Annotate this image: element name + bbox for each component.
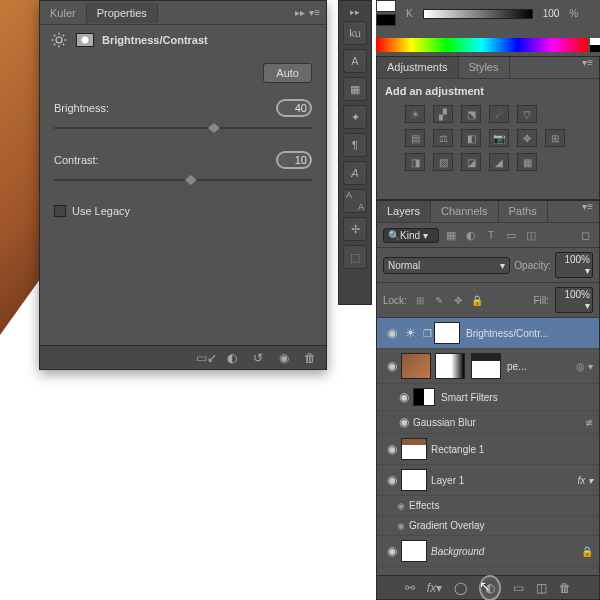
layer-thumb[interactable]: [401, 353, 431, 379]
contrast-slider[interactable]: [54, 175, 312, 185]
tab-kuler[interactable]: Kuler: [40, 3, 87, 23]
new-adjustment-icon[interactable]: ◐: [479, 575, 501, 601]
filter-name[interactable]: Gaussian Blur: [413, 417, 585, 428]
adj-posterize-icon[interactable]: ▨: [433, 153, 453, 171]
panel-menu-icon[interactable]: ▾≡: [582, 201, 593, 222]
adj-selective-icon[interactable]: ▦: [517, 153, 537, 171]
dock-type-icon[interactable]: A: [343, 161, 367, 185]
visibility-icon[interactable]: ◉: [383, 326, 401, 340]
tab-properties[interactable]: Properties: [87, 3, 158, 23]
effects-row[interactable]: ◉ Effects: [377, 496, 599, 516]
tab-paths[interactable]: Paths: [499, 201, 548, 222]
filter-adjust-icon[interactable]: ◐: [463, 227, 479, 243]
fill-input[interactable]: 100% ▾: [555, 287, 593, 313]
tab-adjustments[interactable]: Adjustments: [377, 57, 459, 78]
opacity-input[interactable]: 100% ▾: [555, 252, 593, 278]
dock-history-icon[interactable]: ⬚: [343, 245, 367, 269]
filter-toggle-icon[interactable]: ◻: [577, 227, 593, 243]
layer-background[interactable]: ◉ Background 🔒: [377, 536, 599, 567]
folder-icon[interactable]: ▭: [513, 581, 524, 595]
adj-curves-icon[interactable]: ⬔: [461, 105, 481, 123]
collapse-icon[interactable]: ▸▸: [295, 7, 305, 18]
visibility-icon[interactable]: ◉: [395, 415, 413, 429]
k-slider[interactable]: [423, 9, 533, 19]
new-layer-icon[interactable]: ◫: [536, 581, 547, 595]
mask-icon[interactable]: ◯: [454, 581, 467, 595]
dock-kuler-icon[interactable]: ku: [343, 21, 367, 45]
dock-glyphs-icon[interactable]: AA: [343, 189, 367, 213]
brightness-input[interactable]: [276, 99, 312, 117]
visibility-icon[interactable]: ◉: [395, 390, 413, 404]
contrast-input[interactable]: [276, 151, 312, 169]
layer-name[interactable]: pe...: [507, 361, 576, 372]
layer-layer1[interactable]: ◉ Layer 1 fx ▾: [377, 465, 599, 496]
adj-invert-icon[interactable]: ◨: [405, 153, 425, 171]
filter-smart-icon[interactable]: ◫: [523, 227, 539, 243]
adj-hue-icon[interactable]: ▤: [405, 129, 425, 147]
ramp-bw-swatches[interactable]: [590, 38, 600, 52]
gradient-overlay-row[interactable]: ◉ Gradient Overlay: [377, 516, 599, 536]
filter-type-icon[interactable]: T: [483, 227, 499, 243]
reset-icon[interactable]: ↺: [250, 351, 266, 365]
kind-select[interactable]: 🔍Kind ▾: [383, 228, 439, 243]
lock-position-icon[interactable]: ✥: [451, 293, 465, 307]
foreground-swatch[interactable]: [376, 0, 396, 12]
legacy-checkbox[interactable]: [54, 205, 66, 217]
lock-all-icon[interactable]: 🔒: [470, 293, 484, 307]
visibility-icon[interactable]: ◉: [383, 442, 401, 456]
adj-bw-icon[interactable]: ◧: [461, 129, 481, 147]
link-layers-icon[interactable]: ⚯: [405, 581, 415, 595]
delete-icon[interactable]: 🗑: [559, 581, 571, 595]
panel-menu-icon[interactable]: ▾≡: [309, 7, 320, 18]
adj-balance-icon[interactable]: ⚖: [433, 129, 453, 147]
dock-char-icon[interactable]: A: [343, 49, 367, 73]
adj-threshold-icon[interactable]: ◪: [461, 153, 481, 171]
adj-mixer-icon[interactable]: ✥: [517, 129, 537, 147]
view-prev-icon[interactable]: ◐: [224, 351, 240, 365]
filter-shape-icon[interactable]: ▭: [503, 227, 519, 243]
clip-icon[interactable]: ▭↙: [198, 351, 214, 365]
layer-mask[interactable]: [434, 322, 460, 344]
adj-gradient-icon[interactable]: ◢: [489, 153, 509, 171]
gaussian-blur-row[interactable]: ◉ Gaussian Blur ≢: [377, 411, 599, 434]
layer-smart-object[interactable]: ◉ pe... ◎ ▾: [377, 349, 599, 384]
dock-collapse-icon[interactable]: ▸▸: [350, 7, 360, 17]
link-icon[interactable]: ❐: [423, 328, 432, 339]
layer-rectangle[interactable]: ◉ Rectangle 1: [377, 434, 599, 465]
adj-lut-icon[interactable]: ⊞: [545, 129, 565, 147]
k-value[interactable]: 100: [543, 8, 560, 19]
layer-thumb[interactable]: [401, 540, 427, 562]
delete-icon[interactable]: 🗑: [302, 351, 318, 365]
effect-name[interactable]: Gradient Overlay: [409, 520, 593, 531]
fx-badge[interactable]: fx ▾: [577, 475, 593, 486]
hue-ramp[interactable]: [376, 38, 588, 52]
dock-paragraph-icon[interactable]: ¶: [343, 133, 367, 157]
adj-photo-icon[interactable]: 📷: [489, 129, 509, 147]
mask-thumb[interactable]: [76, 33, 94, 47]
lock-pixels-icon[interactable]: ✎: [432, 293, 446, 307]
layer-brightness-contrast[interactable]: ◉ ☀ ❐ Brightness/Contr...: [377, 318, 599, 349]
layer-thumb[interactable]: [401, 469, 427, 491]
visibility-icon[interactable]: ◉: [276, 351, 292, 365]
brightness-slider[interactable]: [54, 123, 312, 133]
layer-filter-mask[interactable]: [471, 353, 501, 379]
blend-mode-select[interactable]: Normal ▾: [383, 257, 510, 274]
smart-filters-row[interactable]: ◉ Smart Filters: [377, 384, 599, 411]
adj-levels-icon[interactable]: ▞: [433, 105, 453, 123]
tab-styles[interactable]: Styles: [459, 57, 510, 78]
visibility-icon[interactable]: ◉: [397, 501, 405, 511]
adj-exposure-icon[interactable]: ☄: [489, 105, 509, 123]
fx-icon[interactable]: fx▾: [427, 581, 442, 595]
dock-styles-icon[interactable]: ✢: [343, 217, 367, 241]
adj-brightness-icon[interactable]: ☀: [405, 105, 425, 123]
lock-transparent-icon[interactable]: ⊞: [413, 293, 427, 307]
layer-mask[interactable]: [435, 353, 465, 379]
visibility-icon[interactable]: ◉: [397, 521, 405, 531]
tab-layers[interactable]: Layers: [377, 201, 431, 222]
layer-name[interactable]: Rectangle 1: [431, 444, 593, 455]
tab-channels[interactable]: Channels: [431, 201, 498, 222]
layer-name[interactable]: Layer 1: [431, 475, 577, 486]
layer-thumb[interactable]: [401, 438, 427, 460]
dock-swatches-icon[interactable]: ▦: [343, 77, 367, 101]
background-swatch[interactable]: [376, 14, 396, 26]
